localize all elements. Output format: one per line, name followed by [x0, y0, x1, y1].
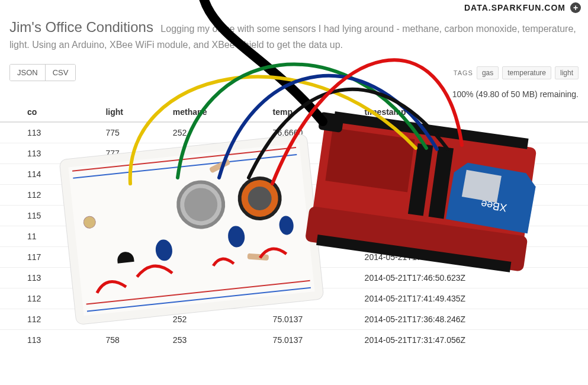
table-row: 114770251 [0, 164, 588, 185]
plus-icon[interactable]: + [570, 2, 581, 13]
cell-light [97, 288, 164, 309]
cell-methane [165, 268, 265, 288]
cell-light: 775 [97, 122, 164, 143]
tags-label: TAGS [454, 69, 473, 76]
cell-light [97, 309, 164, 330]
tag-light[interactable]: light [555, 66, 579, 79]
export-button-group: JSON CSV [9, 64, 76, 81]
cell-timestamp [356, 206, 588, 226]
cell-methane: 25 [165, 185, 265, 206]
tag-gas[interactable]: gas [477, 66, 499, 79]
page-header: Jim's Office Conditions Logging my offic… [0, 14, 588, 57]
cell-timestamp: 2014-05-21T17:31:47.056Z [356, 330, 588, 351]
cell-temp [265, 226, 356, 247]
cell-co: 114 [0, 164, 97, 185]
page-title: Jim's Office Conditions [9, 19, 153, 35]
cell-co: 11 [0, 226, 97, 247]
col-light: light [97, 102, 164, 122]
cell-light: 777 [97, 143, 164, 164]
cell-temp: .8398 [265, 143, 356, 164]
table-row: 11375825375.01372014-05-21T17:31:47.056Z [0, 330, 588, 351]
cell-temp [265, 206, 356, 226]
csv-button[interactable]: CSV [45, 65, 76, 81]
cell-co: 115 [0, 206, 97, 226]
data-table: co light methane temp timestamp 11377525… [0, 102, 588, 350]
col-timestamp: timestamp [356, 102, 588, 122]
cell-temp: 76.6660 [265, 122, 356, 143]
top-bar: DATA.SPARKFUN.COM + [0, 0, 588, 14]
table-row: 1132014-05-21T17:46:50.623Z [0, 268, 588, 288]
table-row: 11575 [0, 206, 588, 226]
json-button[interactable]: JSON [10, 65, 45, 81]
cell-light: 774 [97, 185, 164, 206]
cell-timestamp: 2014-05-21T17:41:49.435Z [356, 288, 588, 309]
cell-co: 112 [0, 288, 97, 309]
table-row: 112 001Z [0, 226, 588, 247]
cell-temp [265, 185, 356, 206]
controls-row: JSON CSV TAGS gas temperature light [0, 57, 588, 84]
cell-co: 117 [0, 247, 97, 268]
cell-co: 113 [0, 330, 97, 351]
cell-methane [165, 288, 265, 309]
col-co: co [0, 102, 97, 122]
cell-timestamp: 2014-05-21T17:46:50.623Z [356, 268, 588, 288]
cell-timestamp: 2 001Z [356, 226, 588, 247]
cell-methane: 252 [165, 122, 265, 143]
tag-temperature[interactable]: temperature [502, 66, 551, 79]
table-header-row: co light methane temp timestamp [0, 102, 588, 122]
cell-temp: 75.0137 [265, 309, 356, 330]
col-methane: methane [165, 102, 265, 122]
cell-methane [165, 247, 265, 268]
cell-methane: 253 [165, 143, 265, 164]
cell-temp: 75.0137 [265, 330, 356, 351]
cell-temp [265, 268, 356, 288]
cell-light [97, 268, 164, 288]
table-row: 11275.01372014-05-21T17:41:49.435Z [0, 288, 588, 309]
cell-timestamp [356, 185, 588, 206]
table-row: 1172014-05-21T17:51:51.812Z [0, 247, 588, 268]
cell-methane [165, 206, 265, 226]
cell-light [97, 226, 164, 247]
tags-area: TAGS gas temperature light [454, 66, 579, 79]
cell-timestamp: 2014-05-21T17:51:51.812Z [356, 247, 588, 268]
cell-temp [265, 247, 356, 268]
table-row: 11225275.01372014-05-21T17:36:48.246Z [0, 309, 588, 330]
storage-remaining: 100% (49.80 of 50 MB) remaining. [0, 84, 588, 102]
cell-methane: 251 [165, 164, 265, 185]
cell-co: 113 [0, 122, 97, 143]
table-row: 113777253 .8398 [0, 143, 588, 164]
cell-timestamp [356, 143, 588, 164]
cell-timestamp [356, 122, 588, 143]
brand-link[interactable]: DATA.SPARKFUN.COM [464, 3, 565, 12]
cell-co: 113 [0, 268, 97, 288]
cell-light: 770 [97, 164, 164, 185]
cell-timestamp: 2014-05-21T17:36:48.246Z [356, 309, 588, 330]
cell-co: 112 [0, 185, 97, 206]
cell-light: 758 [97, 330, 164, 351]
cell-temp: 75.0137 [265, 288, 356, 309]
cell-light [97, 247, 164, 268]
cell-temp [265, 164, 356, 185]
cell-co: 113 [0, 143, 97, 164]
cell-methane: 253 [165, 330, 265, 351]
cell-timestamp [356, 164, 588, 185]
cell-methane: 252 [165, 309, 265, 330]
cell-methane [165, 226, 265, 247]
col-temp: temp [265, 102, 356, 122]
table-row: 11377525276.6660 [0, 122, 588, 143]
cell-light: 75 [97, 206, 164, 226]
table-row: 11277425 [0, 185, 588, 206]
cell-co: 112 [0, 309, 97, 330]
